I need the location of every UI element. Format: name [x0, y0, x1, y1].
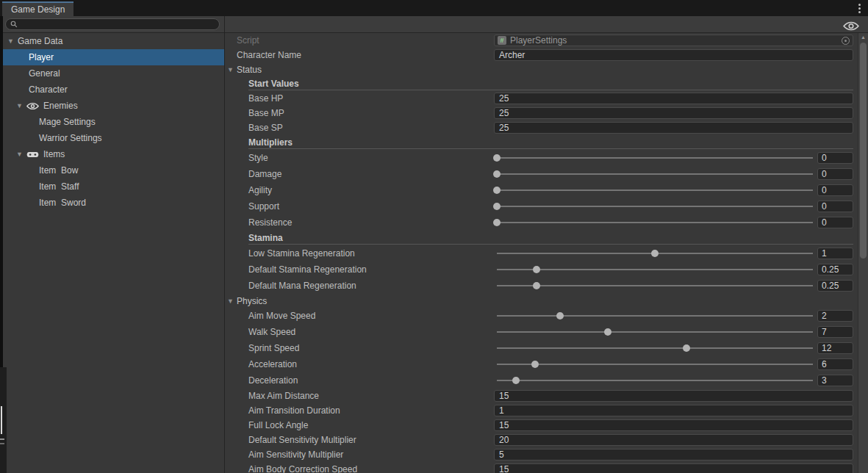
slider-thumb[interactable]	[493, 170, 501, 178]
row-script: Script#PlayerSettings	[225, 33, 857, 48]
row-default-stamina-regeneration: Default Stamina Regeneration0.25	[225, 261, 857, 278]
field-label: Base SP	[248, 123, 283, 133]
slider-thumb[interactable]	[493, 203, 501, 210]
sidebar-item-label: Character	[29, 84, 68, 95]
acceleration-slider[interactable]	[497, 364, 813, 365]
sidebar-item-general[interactable]: General	[3, 65, 224, 82]
field-label: Script	[237, 35, 259, 46]
field-label: Base HP	[248, 93, 283, 104]
slider-thumb[interactable]	[533, 266, 540, 273]
low-stamina-regeneration-slider[interactable]	[497, 253, 813, 254]
base-hp-input[interactable]: 25	[494, 93, 853, 104]
damage-slider[interactable]	[497, 173, 813, 175]
sidebar-item-mage-settings[interactable]: Mage Settings	[3, 114, 224, 130]
acceleration-value-input[interactable]: 6	[817, 358, 853, 370]
field-label: Base MP	[248, 108, 284, 118]
aim-transition-duration-input[interactable]: 1	[494, 405, 853, 416]
resistence-slider[interactable]	[497, 222, 813, 223]
sidebar-item-label: Item Sword	[39, 198, 86, 208]
deceleration-value-input[interactable]: 3	[817, 375, 853, 386]
row-resistence: Resistence0	[225, 214, 857, 231]
support-slider[interactable]	[497, 206, 813, 207]
tab-game-design[interactable]: Game Design	[2, 1, 73, 16]
slider-thumb[interactable]	[493, 187, 501, 194]
resistence-value-input[interactable]: 0	[817, 217, 853, 228]
field-label: Resistence	[248, 217, 292, 228]
expander-arrow-icon[interactable]: ▼	[7, 37, 16, 45]
foldout-arrow-icon[interactable]: ▼	[227, 66, 234, 73]
slider-thumb[interactable]	[604, 328, 611, 336]
visibility-eye-icon[interactable]	[842, 21, 860, 31]
agility-slider[interactable]	[497, 189, 813, 191]
foldout-label: Physics	[237, 296, 267, 306]
expander-arrow-icon[interactable]: ▼	[16, 102, 25, 109]
field-label: Low Stamina Regeneration	[248, 248, 355, 259]
sprint-speed-value-input[interactable]: 12	[817, 342, 853, 354]
character-name-input[interactable]: Archer	[494, 49, 853, 61]
aim-body-correction-speed-input[interactable]: 15	[494, 463, 853, 473]
sprint-speed-slider[interactable]	[497, 347, 813, 349]
sidebar-item-item-bow[interactable]: Item Bow	[3, 162, 224, 178]
kebab-menu-icon[interactable]	[857, 3, 861, 14]
sidebar-item-items[interactable]: ▼Items	[3, 146, 224, 162]
walk-speed-slider[interactable]	[497, 331, 813, 333]
low-stamina-regeneration-value-input[interactable]: 1	[817, 248, 853, 259]
expander-arrow-icon[interactable]: ▼	[16, 151, 25, 158]
field-value: 5	[499, 449, 504, 460]
field-label: Full Lock Angle	[248, 420, 308, 430]
default-mana-regeneration-slider[interactable]	[497, 285, 813, 286]
deceleration-slider[interactable]	[497, 380, 813, 381]
slider-thumb[interactable]	[493, 219, 501, 226]
support-value-input[interactable]: 0	[817, 201, 853, 212]
field-value: 6	[822, 359, 827, 369]
sidebar-item-player[interactable]: Player	[3, 49, 224, 65]
slider-thumb[interactable]	[533, 282, 540, 289]
max-aim-distance-input[interactable]: 15	[494, 390, 853, 402]
sidebar-item-warrior-settings[interactable]: Warrior Settings	[3, 130, 224, 146]
field-value: 15	[499, 391, 509, 401]
sidebar-item-item-sword[interactable]: Item Sword	[3, 195, 224, 211]
sidebar-item-game-data[interactable]: ▼Game Data	[3, 33, 224, 49]
row-multipliers: Multipliers	[225, 135, 857, 150]
scrollbar-thumb[interactable]	[860, 43, 867, 259]
foldout-arrow-icon[interactable]: ▼	[227, 297, 234, 305]
field-value: 0	[822, 153, 827, 163]
default-mana-regeneration-value-input[interactable]: 0.25	[817, 280, 853, 292]
search-input[interactable]	[18, 20, 219, 29]
aim-move-speed-value-input[interactable]: 2	[817, 310, 853, 322]
aim-move-speed-slider[interactable]	[497, 315, 813, 317]
style-slider[interactable]	[497, 157, 813, 159]
slider-thumb[interactable]	[651, 250, 659, 257]
slider-thumb[interactable]	[556, 312, 564, 319]
script-object-field[interactable]: #PlayerSettings	[494, 35, 853, 46]
search-box[interactable]	[5, 18, 220, 30]
slider-thumb[interactable]	[493, 154, 501, 162]
aim-sensitivity-multiplier-input[interactable]: 5	[494, 449, 853, 461]
slider-thumb[interactable]	[683, 344, 690, 352]
object-picker-icon[interactable]	[842, 37, 850, 45]
field-label: Deceleration	[248, 375, 298, 386]
field-label: Agility	[248, 185, 272, 195]
sidebar-item-label: Warrior Settings	[39, 133, 102, 143]
base-sp-input[interactable]: 25	[494, 122, 853, 134]
damage-value-input[interactable]: 0	[817, 168, 853, 180]
base-mp-input[interactable]: 25	[494, 107, 853, 119]
field-value: 0	[822, 201, 827, 212]
slider-thumb[interactable]	[531, 361, 539, 368]
scroll-up-icon[interactable]: ▲	[858, 35, 868, 40]
title-bar: Game Design	[0, 0, 868, 16]
eye-icon	[26, 102, 39, 110]
default-stamina-regeneration-slider[interactable]	[497, 269, 813, 270]
slider-thumb[interactable]	[512, 377, 520, 384]
walk-speed-value-input[interactable]: 7	[817, 326, 853, 338]
style-value-input[interactable]: 0	[817, 152, 853, 164]
row-default-sensitivity-multiplier: Default Sensitivity Multiplier20	[225, 433, 857, 447]
sidebar-item-character[interactable]: Character	[3, 82, 224, 98]
full-lock-angle-input[interactable]: 15	[494, 419, 853, 431]
sidebar-item-enemies[interactable]: ▼Enemies	[3, 98, 224, 114]
default-sensitivity-multiplier-input[interactable]: 20	[494, 434, 853, 446]
vertical-scrollbar[interactable]: ▲	[858, 33, 868, 473]
default-stamina-regeneration-value-input[interactable]: 0.25	[817, 264, 853, 275]
sidebar-item-item-staff[interactable]: Item Staff	[3, 178, 224, 195]
agility-value-input[interactable]: 0	[817, 184, 853, 196]
